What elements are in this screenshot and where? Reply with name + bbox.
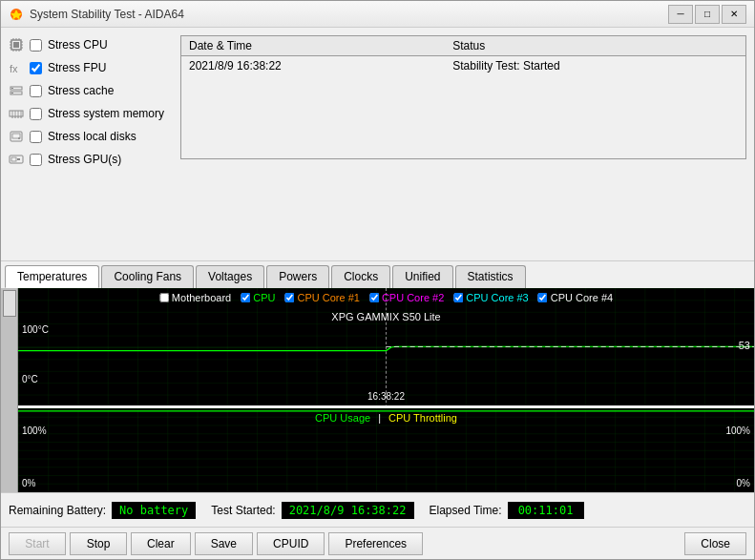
clear-button[interactable]: Clear bbox=[131, 532, 191, 555]
elapsed-label: Elapsed Time: bbox=[430, 504, 502, 517]
tab-clocks[interactable]: Clocks bbox=[331, 265, 390, 288]
stress-memory-row: Stress system memory bbox=[9, 104, 165, 123]
log-row-0: 2021/8/9 16:38:22 Stability Test: Starte… bbox=[181, 56, 745, 76]
tab-unified[interactable]: Unified bbox=[392, 265, 452, 288]
scroll-thumb[interactable] bbox=[3, 290, 16, 317]
test-started-label: Test Started: bbox=[211, 504, 275, 517]
log-status-0: Stability Test: Started bbox=[445, 56, 745, 76]
save-button[interactable]: Save bbox=[195, 532, 253, 555]
tab-statistics[interactable]: Statistics bbox=[455, 265, 526, 288]
remaining-battery-label: Remaining Battery: bbox=[9, 504, 106, 517]
svg-rect-3 bbox=[13, 42, 19, 48]
log-table: Date & Time Status 2021/8/9 16:38:22 Sta… bbox=[180, 35, 746, 159]
app-icon bbox=[9, 7, 24, 22]
stress-fpu-row: fx Stress FPU bbox=[9, 58, 165, 77]
title-bar-left: System Stability Test - AIDA64 bbox=[9, 7, 184, 22]
log-datetime-0: 2021/8/9 16:38:22 bbox=[181, 56, 445, 76]
elapsed-time-item: Elapsed Time: 00:11:01 bbox=[430, 502, 584, 519]
close-window-button[interactable]: ✕ bbox=[722, 5, 746, 24]
stress-cpu-label: Stress CPU bbox=[48, 38, 108, 52]
tabs-container: Temperatures Cooling Fans Voltages Power… bbox=[1, 260, 754, 288]
test-started-item: Test Started: 2021/8/9 16:38:22 bbox=[211, 502, 413, 519]
bottom-bar: Start Stop Clear Save CPUID Preferences … bbox=[1, 527, 754, 559]
fpu-icon: fx bbox=[9, 60, 24, 75]
maximize-button[interactable]: □ bbox=[695, 5, 720, 24]
svg-point-32 bbox=[18, 137, 20, 139]
cpu-chart: CPU Usage | CPU Throttling 100% 0% 100% … bbox=[18, 408, 754, 492]
start-button[interactable]: Start bbox=[9, 532, 66, 555]
preferences-button[interactable]: Preferences bbox=[328, 532, 423, 555]
disk-icon bbox=[9, 129, 24, 144]
tabs: Temperatures Cooling Fans Voltages Power… bbox=[1, 261, 754, 288]
cpuid-button[interactable]: CPUID bbox=[257, 532, 325, 555]
right-panel: Date & Time Status 2021/8/9 16:38:22 Sta… bbox=[173, 28, 754, 260]
stress-fpu-label: Stress FPU bbox=[48, 61, 106, 74]
stress-memory-checkbox[interactable] bbox=[30, 108, 42, 120]
stress-gpu-label: Stress GPU(s) bbox=[48, 153, 121, 166]
temp-chart: Motherboard CPU CPU Core #1 bbox=[18, 288, 754, 406]
left-panel: Stress CPU fx Stress FPU Stress cache St… bbox=[1, 28, 173, 260]
charts-area: Motherboard CPU CPU Core #1 bbox=[1, 288, 754, 493]
cpu-icon bbox=[9, 37, 24, 52]
log-header-status: Status bbox=[445, 36, 745, 56]
svg-rect-19 bbox=[11, 88, 13, 89]
stress-disks-checkbox[interactable] bbox=[30, 131, 42, 143]
top-content: Stress CPU fx Stress FPU Stress cache St… bbox=[1, 28, 754, 260]
test-started-value: 2021/8/9 16:38:22 bbox=[282, 502, 414, 519]
cpu-chart-svg bbox=[18, 408, 754, 492]
minimize-button[interactable]: ─ bbox=[668, 5, 693, 24]
main-window: System Stability Test - AIDA64 ─ □ ✕ Str… bbox=[0, 0, 755, 560]
tab-powers[interactable]: Powers bbox=[266, 265, 329, 288]
stress-cpu-row: Stress CPU bbox=[9, 35, 165, 54]
elapsed-value: 00:11:01 bbox=[508, 502, 584, 519]
svg-text:fx: fx bbox=[10, 63, 18, 74]
title-bar-controls: ─ □ ✕ bbox=[668, 5, 746, 24]
title-bar: System Stability Test - AIDA64 ─ □ ✕ bbox=[1, 1, 754, 28]
charts-col: Motherboard CPU CPU Core #1 bbox=[18, 288, 754, 493]
stress-cpu-checkbox[interactable] bbox=[30, 39, 42, 52]
main-area: Temperatures Cooling Fans Voltages Power… bbox=[1, 260, 754, 493]
svg-rect-34 bbox=[11, 157, 16, 161]
temp-chart-svg bbox=[18, 288, 754, 406]
stress-cache-label: Stress cache bbox=[48, 84, 114, 97]
stress-memory-label: Stress system memory bbox=[48, 107, 164, 120]
svg-rect-41 bbox=[18, 408, 754, 492]
log-header-datetime: Date & Time bbox=[181, 36, 445, 56]
left-scrollbar[interactable] bbox=[1, 288, 18, 493]
stop-button[interactable]: Stop bbox=[70, 532, 127, 555]
close-button[interactable]: Close bbox=[684, 532, 746, 555]
tab-cooling-fans[interactable]: Cooling Fans bbox=[101, 265, 194, 288]
memory-icon bbox=[9, 106, 24, 121]
stress-fpu-checkbox[interactable] bbox=[30, 62, 42, 74]
status-bar: Remaining Battery: No battery Test Start… bbox=[1, 492, 754, 527]
window-title: System Stability Test - AIDA64 bbox=[30, 8, 184, 21]
tab-temperatures[interactable]: Temperatures bbox=[5, 265, 99, 288]
stress-gpu-row: Stress GPU(s) bbox=[9, 150, 165, 169]
svg-rect-20 bbox=[11, 93, 13, 93]
battery-value: No battery bbox=[112, 502, 196, 519]
stress-cache-row: Stress cache bbox=[9, 81, 165, 100]
cache-icon bbox=[9, 83, 24, 98]
battery-status-item: Remaining Battery: No battery bbox=[9, 502, 196, 519]
tab-voltages[interactable]: Voltages bbox=[196, 265, 264, 288]
stress-gpu-checkbox[interactable] bbox=[30, 154, 42, 166]
stress-disks-label: Stress local disks bbox=[48, 130, 136, 143]
stress-disks-row: Stress local disks bbox=[9, 127, 165, 146]
svg-rect-35 bbox=[17, 158, 20, 160]
gpu-icon bbox=[9, 152, 24, 167]
stress-cache-checkbox[interactable] bbox=[30, 85, 42, 97]
